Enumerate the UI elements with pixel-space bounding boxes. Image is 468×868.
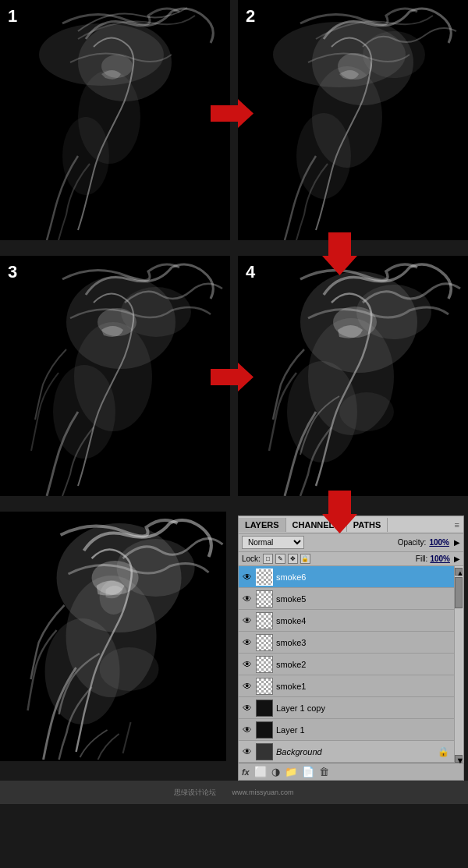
scrollbar-up[interactable]: ▲	[455, 568, 463, 576]
layers-list-container: 👁 smoke6 👁 smoke5 👁	[239, 566, 463, 763]
opacity-arrow: ▶	[454, 538, 460, 547]
forum-logo-1: 思绿设计论坛	[174, 788, 216, 798]
layer-background-name: Background	[276, 747, 322, 756]
scrollbar-track	[455, 576, 463, 755]
lock-icon-all[interactable]: 🔒	[300, 554, 310, 564]
arrow-down-row1	[320, 232, 359, 275]
fill-value[interactable]: 100%	[430, 554, 450, 563]
scrollbar-thumb[interactable]	[455, 577, 463, 608]
fill-label: Fill:	[416, 554, 428, 563]
opacity-value[interactable]: 100%	[429, 538, 449, 547]
layer-fx-button[interactable]: fx	[242, 767, 250, 777]
top-row: 1	[0, 0, 468, 240]
lock-icon-transparent[interactable]: □	[263, 554, 273, 564]
forum-bar: 思绿设计论坛 www.missyuan.com	[0, 781, 468, 804]
layer-smoke5-name: smoke5	[276, 594, 307, 604]
panel-menu-icon[interactable]: ≡	[451, 519, 463, 531]
layer-smoke6-eye[interactable]: 👁	[240, 570, 254, 584]
layer-smoke1-thumb	[256, 678, 273, 695]
forum-logo-2: www.missyuan.com	[232, 788, 293, 796]
layers-bottom-bar: fx ⬜ ◑ 📁 📄 🗑	[239, 763, 463, 780]
layer-smoke3[interactable]: 👁 smoke3	[239, 632, 454, 654]
background-lock-icon: 🔒	[438, 746, 449, 757]
lock-icon-move[interactable]: ✥	[288, 554, 298, 564]
layer-new-button[interactable]: 📄	[302, 766, 314, 778]
layer-smoke6[interactable]: 👁 smoke6	[239, 566, 454, 588]
svg-point-4	[62, 117, 109, 195]
layer-background[interactable]: 👁 Background 🔒	[239, 741, 454, 763]
bottom-right: LAYERS CHANNELS PATHS ≡ Normal Opacity: …	[234, 512, 468, 781]
layer-1-thumb	[256, 721, 273, 739]
layer-smoke6-thumb	[256, 569, 273, 586]
layer-background-thumb	[256, 743, 273, 760]
layers-panel: LAYERS CHANNELS PATHS ≡ Normal Opacity: …	[238, 515, 464, 781]
step2-image: 2	[238, 0, 468, 240]
layer-1-copy[interactable]: 👁 Layer 1 copy	[239, 697, 454, 719]
blend-mode-select[interactable]: Normal	[242, 536, 304, 549]
step2-label: 2	[246, 6, 255, 27]
row-gap-1	[0, 240, 468, 248]
middle-row: 3 4	[0, 256, 468, 496]
lock-label: Lock:	[242, 554, 261, 563]
step4-label: 4	[246, 262, 255, 282]
lock-fill-row: Lock: □ ✎ ✥ 🔒 Fill: 100% ▶	[239, 552, 463, 566]
scrollbar-down[interactable]: ▼	[455, 755, 463, 763]
svg-point-27	[339, 392, 394, 431]
opacity-label: Opacity:	[398, 538, 427, 547]
main-container: 1	[0, 0, 468, 804]
arrow-down-row2	[320, 488, 359, 535]
svg-marker-29	[322, 491, 357, 533]
layer-smoke5[interactable]: 👁 smoke5	[239, 588, 454, 610]
layer-smoke4-name: smoke4	[276, 616, 307, 625]
layer-smoke3-eye[interactable]: 👁	[240, 636, 254, 650]
layer-group-button[interactable]: 📁	[285, 766, 297, 778]
layer-smoke2-eye[interactable]: 👁	[240, 657, 254, 671]
lock-icon-brush[interactable]: ✎	[275, 554, 285, 564]
layer-smoke4[interactable]: 👁 smoke4	[239, 610, 454, 632]
svg-point-10	[296, 113, 351, 199]
layers-bottom-icons: fx ⬜ ◑ 📁 📄 🗑	[242, 766, 329, 778]
layer-1[interactable]: 👁 Layer 1	[239, 719, 454, 741]
tab-layers[interactable]: LAYERS	[239, 518, 286, 532]
layer-smoke1-name: smoke1	[276, 682, 307, 691]
fill-arrow: ▶	[454, 554, 460, 563]
layer-smoke4-eye[interactable]: 👁	[240, 614, 254, 628]
step5-image: 5	[0, 512, 226, 761]
svg-marker-14	[322, 232, 357, 275]
layer-smoke5-eye[interactable]: 👁	[240, 592, 254, 606]
blend-opacity-row: Normal Opacity: 100% ▶	[239, 533, 463, 552]
svg-marker-13	[211, 99, 254, 128]
bottom-divider	[226, 512, 234, 781]
layer-background-eye[interactable]: 👁	[240, 745, 254, 759]
layers-scrollbar[interactable]: ▲ ▼	[454, 566, 463, 763]
layer-1-eye[interactable]: 👁	[240, 723, 254, 737]
svg-point-20	[121, 287, 191, 337]
svg-point-12	[363, 31, 425, 78]
layer-mask-button[interactable]: ⬜	[254, 766, 267, 778]
svg-point-35	[117, 539, 195, 597]
svg-point-36	[100, 647, 159, 691]
layer-smoke3-name: smoke3	[276, 638, 307, 647]
layer-adjustment-button[interactable]: ◑	[271, 766, 280, 778]
layer-1-copy-eye[interactable]: 👁	[240, 701, 254, 715]
row-gap-2	[0, 496, 468, 504]
layer-smoke2-name: smoke2	[276, 660, 307, 669]
layer-smoke6-name: smoke6	[276, 572, 307, 582]
layer-smoke1-eye[interactable]: 👁	[240, 679, 254, 693]
layer-delete-button[interactable]: 🗑	[319, 766, 329, 778]
layer-smoke3-thumb	[256, 634, 273, 651]
layer-1-copy-name: Layer 1 copy	[276, 703, 325, 713]
layer-1-copy-thumb	[256, 700, 273, 717]
bottom-area: 5	[0, 512, 468, 781]
step1-label: 1	[8, 6, 17, 27]
layer-1-name: Layer 1	[276, 725, 305, 735]
arrow-right-1-2	[208, 94, 260, 133]
layer-smoke1[interactable]: 👁 smoke1	[239, 675, 454, 697]
layer-smoke2-thumb	[256, 656, 273, 673]
layer-smoke4-thumb	[256, 612, 273, 629]
layer-smoke2[interactable]: 👁 smoke2	[239, 654, 454, 675]
svg-marker-28	[211, 363, 254, 391]
step3-label: 3	[8, 262, 17, 282]
svg-point-26	[356, 285, 431, 339]
layers-list: 👁 smoke6 👁 smoke5 👁	[239, 566, 454, 763]
